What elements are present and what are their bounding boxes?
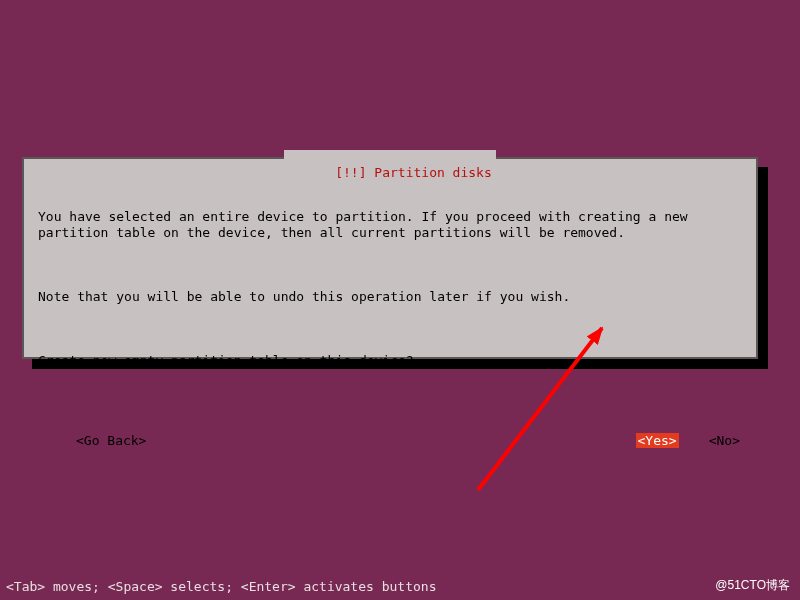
dialog-paragraph-2: Note that you will be able to undo this … — [38, 289, 742, 305]
dialog-title-bar: [!!] Partition disks — [24, 150, 756, 195]
yes-button[interactable]: <Yes> — [636, 433, 679, 448]
spacer — [38, 433, 74, 448]
spacer — [148, 433, 635, 448]
title-prefix: [!!] — [335, 165, 374, 180]
dialog-question: Create new empty partition table on this… — [38, 353, 742, 369]
go-back-button[interactable]: <Go Back> — [74, 433, 148, 448]
watermark: @51CTO博客 — [715, 577, 790, 594]
dialog-paragraph-1: You have selected an entire device to pa… — [38, 209, 742, 241]
dialog-body: You have selected an entire device to pa… — [24, 159, 756, 433]
partition-dialog: [!!] Partition disks You have selected a… — [22, 157, 758, 359]
footer-hint: <Tab> moves; <Space> selects; <Enter> ac… — [6, 579, 436, 594]
title-text: Partition disks — [374, 165, 491, 180]
dialog-title: [!!] Partition disks — [284, 150, 496, 195]
dialog-button-row: <Go Back> <Yes> <No> — [24, 433, 756, 456]
no-button[interactable]: <No> — [707, 433, 742, 448]
